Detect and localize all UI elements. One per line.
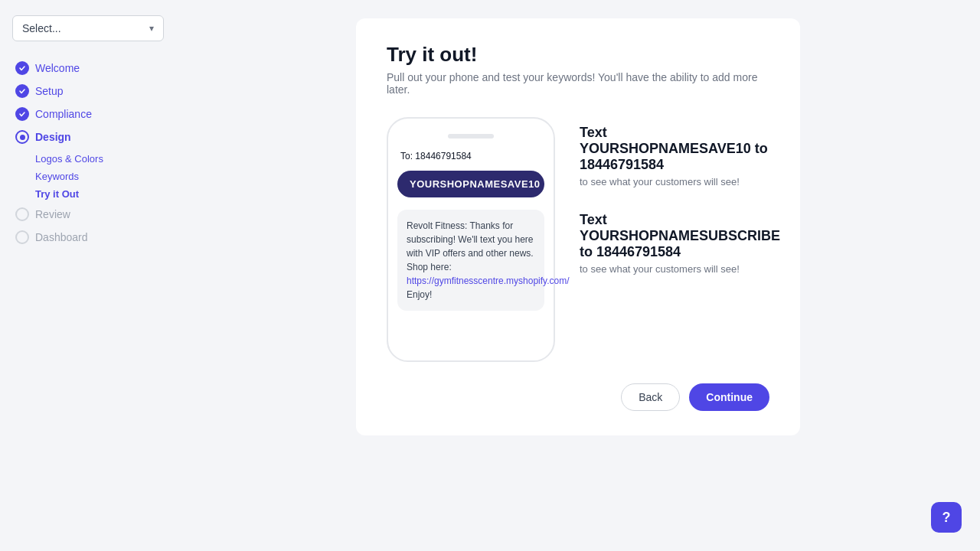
phone-number: 18446791584 — [415, 151, 471, 161]
dot-icon-dashboard — [15, 230, 29, 244]
instruction-keyword-1: YOURSHOPNAMESAVE10 — [580, 141, 751, 156]
select-placeholder: Select... — [22, 22, 61, 34]
sidebar-item-review[interactable]: Review — [12, 203, 164, 226]
chevron-down-icon: ▾ — [149, 23, 154, 34]
page-title: Try it out! — [387, 43, 769, 67]
instruction-sub-1: to see what your customers will see! — [580, 176, 780, 187]
sidebar-item-design[interactable]: Design — [12, 126, 164, 148]
main-content: Try it out! Pull out your phone and test… — [176, 0, 980, 551]
to-label: To: — [400, 151, 413, 161]
sidebar-sub-keywords[interactable]: Keywords — [32, 168, 164, 185]
check-icon-compliance — [15, 107, 29, 121]
check-icon-welcome — [15, 61, 29, 75]
instruction-title-2: Text YOURSHOPNAMESUBSCRIBE to 1844679158… — [580, 212, 780, 260]
instruction-prefix-2: Text — [580, 212, 607, 227]
sidebar-sub-try-it-out[interactable]: Try it Out — [32, 185, 164, 203]
instruction-to-2: to — [580, 244, 596, 259]
instruction-title-1: Text YOURSHOPNAMESAVE10 to 18446791584 — [580, 125, 780, 173]
response-link[interactable]: https://gymfitnesscentre.myshopify.com/ — [407, 276, 570, 286]
phone-to-line: To: 18446791584 — [397, 151, 544, 161]
instruction-prefix-1: Text — [580, 125, 607, 140]
instruction-to-1: to — [751, 141, 768, 156]
sub-nav-design: Logos & Colors Keywords Try it Out — [12, 150, 164, 203]
sidebar-item-label-welcome: Welcome — [35, 62, 80, 74]
sidebar-item-label-review: Review — [35, 208, 70, 220]
nav-list: Welcome Setup Compliance — [12, 57, 164, 249]
help-button[interactable]: ? — [931, 502, 962, 533]
sidebar-item-label-compliance: Compliance — [35, 108, 92, 120]
phone-speaker — [448, 134, 494, 139]
instruction-number-1: 18446791584 — [580, 157, 664, 172]
instruction-block-2: Text YOURSHOPNAMESUBSCRIBE to 1844679158… — [580, 212, 780, 275]
instruction-keyword-2: YOURSHOPNAMESUBSCRIBE — [580, 228, 780, 243]
check-icon-setup — [15, 84, 29, 98]
sidebar: Select... ▾ Welcome Setup — [0, 0, 176, 551]
sidebar-item-setup[interactable]: Setup — [12, 80, 164, 103]
sidebar-item-compliance[interactable]: Compliance — [12, 103, 164, 126]
sidebar-item-label-design: Design — [35, 131, 71, 143]
dot-icon-review — [15, 207, 29, 221]
help-icon: ? — [942, 510, 951, 526]
instruction-sub-2: to see what your customers will see! — [580, 263, 780, 275]
phone-mockup: To: 18446791584 YOURSHOPNAMESAVE10 Revol… — [387, 117, 555, 362]
sidebar-item-dashboard[interactable]: Dashboard — [12, 226, 164, 249]
response-bubble: Revolt Fitness: Thanks for subscribing! … — [397, 210, 544, 311]
keyword-bubble[interactable]: YOURSHOPNAMESAVE10 — [397, 171, 544, 197]
instructions: Text YOURSHOPNAMESAVE10 to 18446791584 t… — [580, 117, 780, 299]
sidebar-sub-logos-colors[interactable]: Logos & Colors — [32, 150, 164, 168]
sidebar-item-label-dashboard: Dashboard — [35, 231, 88, 243]
continue-button[interactable]: Continue — [689, 383, 769, 411]
instruction-block-1: Text YOURSHOPNAMESAVE10 to 18446791584 t… — [580, 125, 780, 187]
response-suffix: Enjoy! — [407, 289, 432, 300]
response-text: Revolt Fitness: Thanks for subscribing! … — [407, 220, 534, 272]
select-dropdown[interactable]: Select... ▾ — [12, 15, 164, 41]
sidebar-item-label-setup: Setup — [35, 85, 64, 97]
back-button[interactable]: Back — [621, 383, 680, 411]
instruction-number-2: 18446791584 — [596, 244, 681, 259]
page-subtitle: Pull out your phone and test your keywor… — [387, 71, 769, 96]
button-row: Back Continue — [387, 383, 769, 411]
dot-icon-design — [15, 130, 29, 144]
phone-section: To: 18446791584 YOURSHOPNAMESAVE10 Revol… — [387, 117, 769, 362]
main-card: Try it out! Pull out your phone and test… — [356, 18, 800, 435]
sidebar-item-welcome[interactable]: Welcome — [12, 57, 164, 80]
